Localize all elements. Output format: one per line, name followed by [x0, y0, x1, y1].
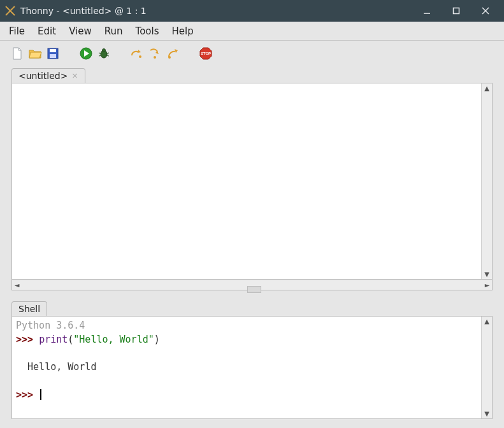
scroll-up-arrow-icon[interactable]: ▲: [482, 317, 492, 326]
scroll-down-arrow-icon[interactable]: ▼: [482, 409, 492, 418]
svg-point-15: [103, 49, 106, 52]
step-out-button[interactable]: [166, 46, 180, 61]
menu-edit[interactable]: Edit: [31, 22, 62, 40]
editor-vertical-scrollbar[interactable]: ▲ ▼: [481, 83, 492, 279]
svg-rect-7: [50, 49, 56, 52]
scroll-left-arrow-icon[interactable]: ◄: [12, 280, 22, 290]
close-button[interactable]: [471, 0, 500, 22]
svg-text:STOP: STOP: [201, 52, 211, 55]
client-area: File Edit View Run Tools Help: [0, 22, 504, 428]
new-file-button[interactable]: [10, 46, 24, 61]
svg-point-18: [168, 56, 171, 59]
window-title: Thonny - <untitled> @ 1 : 1: [20, 6, 147, 16]
step-into-icon: [148, 46, 162, 61]
step-out-icon: [166, 46, 180, 61]
shell-textarea[interactable]: Python 3.6.4 >>> print("Hello, World") H…: [12, 317, 481, 418]
scroll-up-arrow-icon[interactable]: ▲: [482, 83, 492, 93]
svg-rect-3: [454, 8, 459, 14]
svg-rect-8: [50, 54, 56, 58]
editor-horizontal-scrollbar[interactable]: ◄ ►: [11, 280, 493, 290]
menu-file[interactable]: File: [3, 22, 31, 40]
save-button[interactable]: [46, 46, 60, 61]
shell-tab-label: Shell: [18, 304, 40, 314]
scroll-down-arrow-icon[interactable]: ▼: [482, 269, 492, 279]
editor-tab[interactable]: <untitled> ×: [11, 68, 85, 83]
shell-prompt: >>>: [16, 389, 39, 401]
menu-view[interactable]: View: [62, 22, 98, 40]
editor-textarea[interactable]: [12, 83, 481, 279]
maximize-button[interactable]: [442, 0, 471, 22]
titlebar[interactable]: Thonny - <untitled> @ 1 : 1: [0, 0, 504, 22]
editor-panel: <untitled> × ▲ ▼ ◄ ►: [11, 66, 493, 290]
cursor-icon: [40, 389, 41, 400]
shell-func: print: [39, 334, 68, 345]
shell-output: Hello, World: [27, 361, 96, 373]
shell-vertical-scrollbar[interactable]: ▲ ▼: [481, 317, 492, 418]
menu-help[interactable]: Help: [166, 22, 200, 40]
menubar: File Edit View Run Tools Help: [0, 22, 504, 41]
shell-tab[interactable]: Shell: [11, 301, 47, 316]
run-button[interactable]: [79, 46, 93, 61]
stop-button[interactable]: STOP: [199, 46, 213, 61]
save-disk-icon: [46, 46, 60, 61]
bug-icon: [97, 46, 111, 61]
stop-icon: STOP: [199, 46, 213, 61]
menu-run[interactable]: Run: [98, 22, 129, 40]
step-into-button[interactable]: [148, 46, 162, 61]
editor-tab-label: <untitled>: [18, 71, 68, 81]
minimize-button[interactable]: [412, 0, 442, 22]
toolbar: STOP: [0, 41, 504, 66]
open-folder-icon: [28, 46, 42, 61]
debug-button[interactable]: [97, 46, 111, 61]
shell-panel: Shell Python 3.6.4 >>> print("Hello, Wor…: [11, 299, 493, 419]
scroll-right-arrow-icon[interactable]: ►: [482, 280, 492, 290]
step-over-button[interactable]: [130, 46, 144, 61]
tab-close-icon[interactable]: ×: [71, 71, 78, 80]
shell-banner: Python 3.6.4: [16, 320, 85, 331]
shell-prompt: >>>: [16, 334, 39, 345]
play-icon: [79, 46, 93, 61]
new-file-icon: [10, 46, 24, 61]
shell-string: "Hello, World": [73, 334, 154, 345]
svg-point-17: [154, 56, 156, 59]
open-file-button[interactable]: [28, 46, 42, 61]
svg-point-16: [139, 55, 141, 58]
app-icon: [4, 4, 17, 17]
menu-tools[interactable]: Tools: [129, 22, 166, 40]
hscroll-thumb[interactable]: [247, 286, 261, 293]
step-over-icon: [130, 46, 144, 61]
